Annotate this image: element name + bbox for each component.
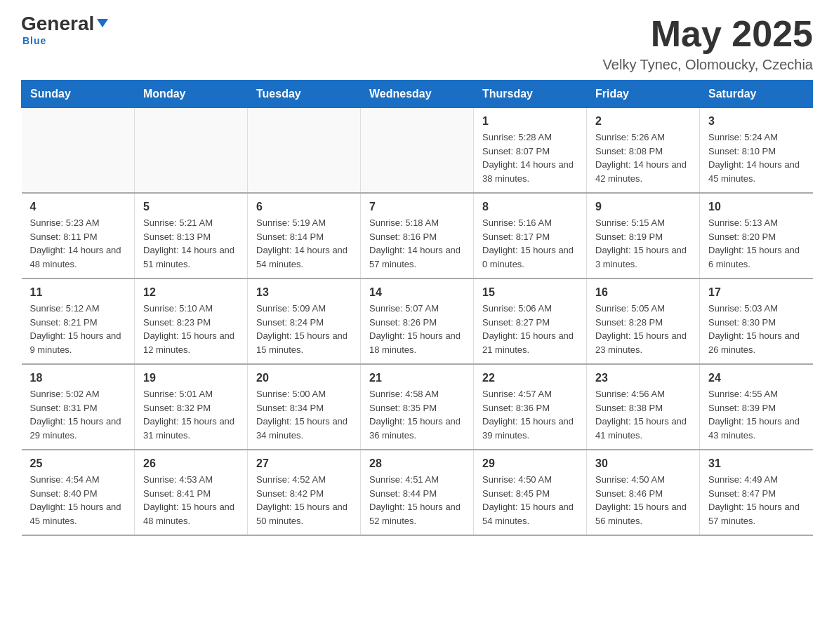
day-number: 9 bbox=[595, 201, 691, 213]
day-number: 6 bbox=[256, 201, 352, 213]
day-number: 10 bbox=[708, 201, 805, 213]
calendar-table: SundayMondayTuesdayWednesdayThursdayFrid… bbox=[21, 80, 813, 536]
day-info: Sunrise: 5:07 AMSunset: 8:26 PMDaylight:… bbox=[369, 302, 465, 356]
day-number: 17 bbox=[708, 286, 805, 299]
day-number: 8 bbox=[482, 201, 578, 213]
day-number: 21 bbox=[369, 372, 465, 384]
day-number: 12 bbox=[143, 286, 239, 299]
calendar-cell: 30Sunrise: 4:50 AMSunset: 8:46 PMDayligh… bbox=[587, 450, 700, 535]
day-info: Sunrise: 5:23 AMSunset: 8:11 PMDaylight:… bbox=[30, 216, 126, 271]
calendar-cell: 26Sunrise: 4:53 AMSunset: 8:41 PMDayligh… bbox=[135, 450, 248, 535]
calendar-cell: 17Sunrise: 5:03 AMSunset: 8:30 PMDayligh… bbox=[700, 279, 813, 364]
calendar-cell: 29Sunrise: 4:50 AMSunset: 8:45 PMDayligh… bbox=[474, 450, 587, 535]
calendar-cell: 5Sunrise: 5:21 AMSunset: 8:13 PMDaylight… bbox=[135, 193, 248, 279]
day-number: 31 bbox=[708, 457, 805, 470]
calendar-cell: 6Sunrise: 5:19 AMSunset: 8:14 PMDaylight… bbox=[248, 193, 361, 279]
calendar-week-1: 1Sunrise: 5:28 AMSunset: 8:07 PMDaylight… bbox=[22, 108, 813, 194]
weekday-header-sunday: Sunday bbox=[22, 81, 135, 108]
calendar-cell: 24Sunrise: 4:55 AMSunset: 8:39 PMDayligh… bbox=[700, 364, 813, 450]
day-info: Sunrise: 5:01 AMSunset: 8:32 PMDaylight:… bbox=[143, 387, 239, 442]
day-info: Sunrise: 4:50 AMSunset: 8:46 PMDaylight:… bbox=[595, 473, 691, 528]
weekday-header-thursday: Thursday bbox=[474, 81, 587, 108]
calendar-cell: 9Sunrise: 5:15 AMSunset: 8:19 PMDaylight… bbox=[587, 193, 700, 279]
page-header: General Blue May 2025 Velky Tynec, Olomo… bbox=[21, 14, 813, 73]
day-info: Sunrise: 5:06 AMSunset: 8:27 PMDaylight:… bbox=[482, 302, 578, 356]
day-info: Sunrise: 5:00 AMSunset: 8:34 PMDaylight:… bbox=[256, 387, 352, 442]
day-info: Sunrise: 5:13 AMSunset: 8:20 PMDaylight:… bbox=[708, 216, 805, 271]
day-info: Sunrise: 5:18 AMSunset: 8:16 PMDaylight:… bbox=[369, 216, 465, 271]
day-number: 18 bbox=[30, 372, 126, 384]
day-number: 20 bbox=[256, 372, 352, 384]
calendar-cell: 13Sunrise: 5:09 AMSunset: 8:24 PMDayligh… bbox=[248, 279, 361, 364]
day-number: 23 bbox=[595, 372, 691, 384]
day-number: 5 bbox=[143, 201, 239, 213]
day-info: Sunrise: 5:09 AMSunset: 8:24 PMDaylight:… bbox=[256, 302, 352, 356]
day-number: 25 bbox=[30, 457, 126, 470]
calendar-week-3: 11Sunrise: 5:12 AMSunset: 8:21 PMDayligh… bbox=[22, 279, 813, 364]
day-number: 24 bbox=[708, 372, 805, 384]
day-number: 22 bbox=[482, 372, 578, 384]
day-info: Sunrise: 4:51 AMSunset: 8:44 PMDaylight:… bbox=[369, 473, 465, 528]
calendar-cell: 12Sunrise: 5:10 AMSunset: 8:23 PMDayligh… bbox=[135, 279, 248, 364]
weekday-header-saturday: Saturday bbox=[700, 81, 813, 108]
day-number: 14 bbox=[369, 286, 465, 299]
calendar-cell: 7Sunrise: 5:18 AMSunset: 8:16 PMDaylight… bbox=[361, 193, 474, 279]
day-info: Sunrise: 4:52 AMSunset: 8:42 PMDaylight:… bbox=[256, 473, 352, 528]
day-info: Sunrise: 5:05 AMSunset: 8:28 PMDaylight:… bbox=[595, 302, 691, 356]
day-info: Sunrise: 5:26 AMSunset: 8:08 PMDaylight:… bbox=[595, 130, 691, 185]
calendar-cell: 27Sunrise: 4:52 AMSunset: 8:42 PMDayligh… bbox=[248, 450, 361, 535]
calendar-cell bbox=[361, 108, 474, 194]
calendar-cell: 23Sunrise: 4:56 AMSunset: 8:38 PMDayligh… bbox=[587, 364, 700, 450]
day-info: Sunrise: 5:28 AMSunset: 8:07 PMDaylight:… bbox=[482, 130, 578, 185]
calendar-cell: 18Sunrise: 5:02 AMSunset: 8:31 PMDayligh… bbox=[22, 364, 135, 450]
weekday-header-tuesday: Tuesday bbox=[248, 81, 361, 108]
calendar-cell bbox=[135, 108, 248, 194]
calendar-cell bbox=[248, 108, 361, 194]
day-number: 2 bbox=[595, 115, 691, 128]
title-block: May 2025 Velky Tynec, Olomoucky, Czechia bbox=[603, 14, 813, 73]
day-info: Sunrise: 4:54 AMSunset: 8:40 PMDaylight:… bbox=[30, 473, 126, 528]
calendar-body: 1Sunrise: 5:28 AMSunset: 8:07 PMDaylight… bbox=[22, 108, 813, 536]
day-info: Sunrise: 5:19 AMSunset: 8:14 PMDaylight:… bbox=[256, 216, 352, 271]
logo-blue: Blue bbox=[22, 35, 46, 46]
day-info: Sunrise: 4:56 AMSunset: 8:38 PMDaylight:… bbox=[595, 387, 691, 442]
calendar-cell: 22Sunrise: 4:57 AMSunset: 8:36 PMDayligh… bbox=[474, 364, 587, 450]
day-number: 4 bbox=[30, 201, 126, 213]
calendar-cell: 28Sunrise: 4:51 AMSunset: 8:44 PMDayligh… bbox=[361, 450, 474, 535]
logo-general: General bbox=[21, 13, 94, 34]
calendar-cell: 1Sunrise: 5:28 AMSunset: 8:07 PMDaylight… bbox=[474, 108, 587, 194]
day-info: Sunrise: 5:24 AMSunset: 8:10 PMDaylight:… bbox=[708, 130, 805, 185]
day-info: Sunrise: 5:02 AMSunset: 8:31 PMDaylight:… bbox=[30, 387, 126, 442]
day-number: 11 bbox=[30, 286, 126, 299]
logo-triangle-icon bbox=[97, 19, 108, 27]
day-number: 26 bbox=[143, 457, 239, 470]
day-number: 27 bbox=[256, 457, 352, 470]
calendar-cell: 4Sunrise: 5:23 AMSunset: 8:11 PMDaylight… bbox=[22, 193, 135, 279]
day-number: 19 bbox=[143, 372, 239, 384]
day-number: 30 bbox=[595, 457, 691, 470]
day-info: Sunrise: 5:21 AMSunset: 8:13 PMDaylight:… bbox=[143, 216, 239, 271]
calendar-cell: 10Sunrise: 5:13 AMSunset: 8:20 PMDayligh… bbox=[700, 193, 813, 279]
day-info: Sunrise: 5:12 AMSunset: 8:21 PMDaylight:… bbox=[30, 302, 126, 356]
day-number: 3 bbox=[708, 115, 805, 128]
calendar-cell: 16Sunrise: 5:05 AMSunset: 8:28 PMDayligh… bbox=[587, 279, 700, 364]
day-info: Sunrise: 4:58 AMSunset: 8:35 PMDaylight:… bbox=[369, 387, 465, 442]
calendar-cell: 11Sunrise: 5:12 AMSunset: 8:21 PMDayligh… bbox=[22, 279, 135, 364]
day-info: Sunrise: 5:03 AMSunset: 8:30 PMDaylight:… bbox=[708, 302, 805, 356]
day-number: 15 bbox=[482, 286, 578, 299]
calendar-cell: 25Sunrise: 4:54 AMSunset: 8:40 PMDayligh… bbox=[22, 450, 135, 535]
calendar-cell: 21Sunrise: 4:58 AMSunset: 8:35 PMDayligh… bbox=[361, 364, 474, 450]
calendar-cell: 20Sunrise: 5:00 AMSunset: 8:34 PMDayligh… bbox=[248, 364, 361, 450]
calendar-title: May 2025 bbox=[603, 14, 813, 54]
calendar-cell bbox=[22, 108, 135, 194]
day-info: Sunrise: 5:16 AMSunset: 8:17 PMDaylight:… bbox=[482, 216, 578, 271]
day-info: Sunrise: 5:10 AMSunset: 8:23 PMDaylight:… bbox=[143, 302, 239, 356]
day-number: 28 bbox=[369, 457, 465, 470]
weekday-header-friday: Friday bbox=[587, 81, 700, 108]
day-number: 7 bbox=[369, 201, 465, 213]
day-info: Sunrise: 4:50 AMSunset: 8:45 PMDaylight:… bbox=[482, 473, 578, 528]
calendar-cell: 15Sunrise: 5:06 AMSunset: 8:27 PMDayligh… bbox=[474, 279, 587, 364]
calendar-week-2: 4Sunrise: 5:23 AMSunset: 8:11 PMDaylight… bbox=[22, 193, 813, 279]
logo: General Blue bbox=[21, 14, 108, 46]
calendar-cell: 3Sunrise: 5:24 AMSunset: 8:10 PMDaylight… bbox=[700, 108, 813, 194]
